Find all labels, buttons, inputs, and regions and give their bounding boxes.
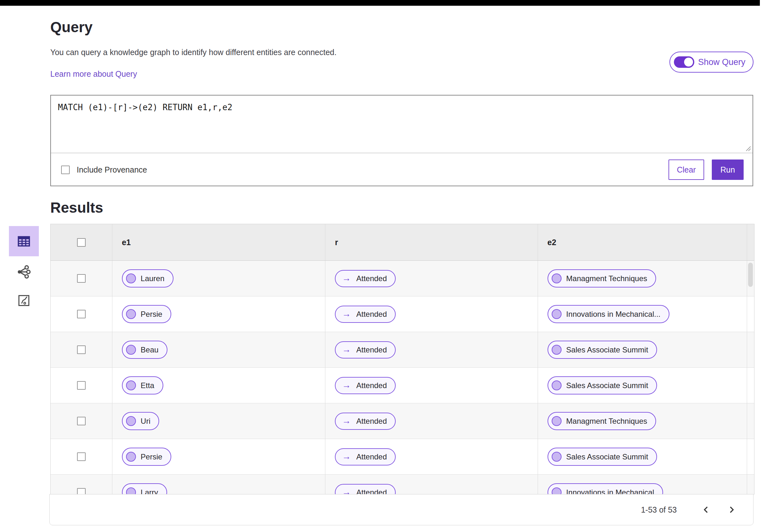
target-entity-pill[interactable]: Managment Techniques: [547, 412, 656, 430]
target-entity-pill[interactable]: Sales Associate Summit: [547, 376, 657, 395]
entity-node-icon: [126, 381, 136, 390]
column-header-r: r: [325, 224, 538, 261]
show-query-toggle[interactable]: Show Query: [669, 52, 753, 73]
row-checkbox[interactable]: [77, 452, 86, 461]
cell-e1: Beau: [112, 332, 325, 367]
row-checkbox[interactable]: [77, 488, 86, 494]
relation-label: Attended: [356, 417, 387, 426]
row-checkbox[interactable]: [77, 381, 86, 390]
table-row: Lauren → Attended Managment Techniques: [51, 261, 754, 296]
target-entity-pill[interactable]: Innovations in Mechanical...: [547, 305, 669, 323]
arrow-right-icon: →: [342, 274, 351, 283]
cell-r: → Attended: [325, 332, 538, 367]
show-query-label: Show Query: [698, 57, 746, 67]
relation-pill[interactable]: → Attended: [335, 341, 396, 358]
arrow-right-icon: →: [342, 381, 351, 390]
top-edge-bar: [0, 0, 760, 6]
row-checkbox[interactable]: [77, 310, 86, 318]
view-switch-table[interactable]: [9, 226, 39, 256]
results-table: e1 r e2 Lauren → Attended: [50, 224, 754, 494]
include-provenance-label: Include Provenance: [77, 165, 147, 174]
entity-node-icon: [126, 416, 136, 426]
view-switch-graph[interactable]: [15, 264, 32, 280]
target-entity-pill[interactable]: Managment Techniques: [547, 269, 656, 287]
row-checkbox[interactable]: [77, 417, 86, 425]
cell-r: → Attended: [325, 296, 538, 332]
relation-pill[interactable]: → Attended: [335, 377, 396, 394]
query-editor-panel: MATCH (e1)-[r]->(e2) RETURN e1,r,e2 Incl…: [50, 95, 753, 186]
target-entity-label: Innovations in Mechanical: [566, 488, 654, 495]
entity-node-icon: [552, 345, 562, 355]
target-entity-label: Sales Associate Summit: [566, 381, 648, 390]
entity-pill[interactable]: Persie: [122, 447, 171, 466]
page-title: Query: [50, 19, 93, 36]
entity-node-icon: [552, 309, 562, 319]
entity-node-icon: [126, 345, 136, 355]
relation-pill[interactable]: → Attended: [335, 413, 396, 430]
entity-node-icon: [552, 452, 562, 462]
entity-pill[interactable]: Larry: [122, 483, 167, 494]
relation-pill[interactable]: → Attended: [335, 270, 396, 287]
entity-pill[interactable]: Persie: [122, 305, 171, 323]
learn-more-link[interactable]: Learn more about Query: [50, 70, 137, 79]
row-checkbox[interactable]: [77, 274, 86, 283]
table-body: Lauren → Attended Managment Techniques P…: [51, 261, 754, 494]
cell-r: → Attended: [325, 261, 538, 296]
entity-label: Etta: [141, 381, 154, 390]
pagination-range: 1-53 of 53: [641, 505, 677, 514]
pagination-prev-button[interactable]: [699, 503, 713, 517]
cell-e2: Sales Associate Summit: [538, 439, 747, 474]
entity-node-icon: [552, 273, 562, 283]
arrow-right-icon: →: [342, 309, 351, 318]
pagination-next-button[interactable]: [724, 503, 738, 517]
entity-node-icon: [126, 452, 136, 462]
relation-label: Attended: [356, 274, 387, 283]
target-entity-label: Managment Techniques: [566, 274, 647, 283]
resize-handle-icon[interactable]: [744, 144, 751, 151]
view-switch-map[interactable]: [17, 293, 31, 307]
arrow-right-icon: →: [342, 452, 351, 461]
select-all-checkbox[interactable]: [77, 238, 86, 247]
query-input[interactable]: MATCH (e1)-[r]->(e2) RETURN e1,r,e2: [51, 95, 753, 153]
table-header-row: e1 r e2: [51, 224, 754, 261]
target-entity-label: Managment Techniques: [566, 417, 647, 426]
toggle-track[interactable]: [674, 56, 694, 68]
target-entity-pill[interactable]: Sales Associate Summit: [547, 447, 657, 466]
entity-pill[interactable]: Beau: [122, 341, 167, 359]
target-entity-pill[interactable]: Innovations in Mechanical: [547, 483, 663, 494]
scrollbar-track-cell: [747, 332, 754, 367]
entity-pill[interactable]: Lauren: [122, 269, 173, 287]
relation-label: Attended: [356, 310, 387, 319]
table-view-icon: [17, 234, 31, 249]
target-entity-label: Innovations in Mechanical...: [566, 310, 661, 319]
run-button[interactable]: Run: [712, 159, 744, 180]
entity-pill[interactable]: Etta: [122, 376, 163, 395]
row-checkbox[interactable]: [77, 345, 86, 354]
entity-pill[interactable]: Uri: [122, 412, 159, 430]
table-row: Uri → Attended Managment Techniques: [51, 403, 754, 439]
column-header-e1: e1: [112, 224, 325, 261]
entity-label: Uri: [141, 417, 151, 426]
cell-e2: Sales Associate Summit: [538, 368, 747, 403]
pagination-bar: 1-53 of 53: [49, 494, 753, 525]
arrow-right-icon: →: [342, 345, 351, 354]
entity-node-icon: [126, 487, 136, 494]
clear-button[interactable]: Clear: [668, 159, 704, 180]
target-entity-pill[interactable]: Sales Associate Summit: [547, 341, 657, 359]
table-row: Larry → Attended Innovations in Mechanic…: [51, 475, 754, 494]
select-all-cell: [51, 224, 112, 261]
chevron-left-icon: [701, 505, 711, 514]
scrollbar-track-cell: [747, 475, 754, 494]
column-header-e2: e2: [538, 224, 747, 261]
scrollbar-track-cell: [747, 296, 754, 332]
relation-pill[interactable]: → Attended: [335, 448, 396, 465]
relation-pill[interactable]: → Attended: [335, 484, 396, 495]
column-label: e1: [122, 238, 131, 247]
entity-node-icon: [126, 273, 136, 283]
relation-pill[interactable]: → Attended: [335, 306, 396, 323]
row-select-cell: [51, 261, 112, 296]
table-scrollbar-thumb[interactable]: [748, 263, 753, 287]
include-provenance-checkbox[interactable]: [61, 166, 70, 174]
arrow-right-icon: →: [342, 417, 351, 425]
cell-e1: Persie: [112, 296, 325, 332]
